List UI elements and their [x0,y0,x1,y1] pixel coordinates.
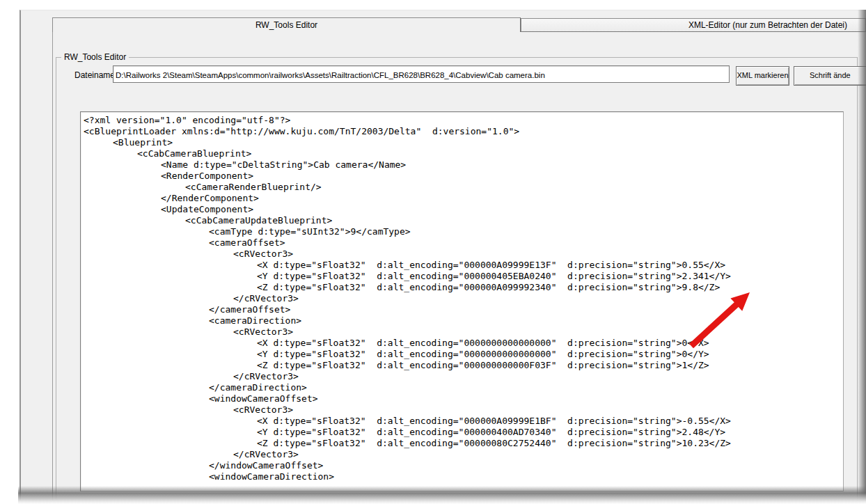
code-line: </windowCameraOffset> [84,460,842,471]
code-line: </cameraOffset> [84,304,842,315]
code-line: <cRVector3> [84,326,842,338]
code-line: <cBlueprintLoader xmlns:d="http://www.ku… [84,126,842,137]
code-line: </cRVector3> [84,293,842,304]
xml-markieren-button[interactable]: XML markieren [736,66,789,86]
code-line: <cCabCameraBlueprint> [84,148,842,159]
code-line: <Blueprint> [84,137,842,148]
tab-rw-tools-editor[interactable]: RW_Tools Editor [52,17,521,32]
app-window: RW_Tools Editor XML-Editor (nur zum Betr… [0,0,866,504]
code-line: <windowCameraOffset> [84,393,842,404]
code-line: <X d:type="sFloat32" d:alt_encoding="000… [84,416,842,427]
code-line: </cRVector3> [84,449,842,460]
code-line: <UpdateComponent> [84,204,842,215]
code-line: <cCameraRenderBlueprint/> [84,182,842,193]
code-line: <RenderComponent> [84,171,842,182]
code-line: <X d:type="sFloat32" d:alt_encoding="000… [84,338,842,349]
code-line: </cRVector3> [84,371,842,382]
code-line: <camType d:type="sUInt32">9</camType> [84,226,842,237]
code-line: <Z d:type="sFloat32" d:alt_encoding="000… [84,438,842,449]
code-line: </cameraDirection> [84,382,842,393]
code-line: <cRVector3> [84,249,842,260]
code-line: <cameraOffset> [84,237,842,249]
code-line: <Y d:type="sFloat32" d:alt_encoding="000… [84,349,842,360]
code-line: <cCabCameraUpdateBlueprint> [84,215,842,226]
rw-tools-groupbox-title: RW_Tools Editor [61,53,129,61]
xml-editor-textarea[interactable]: <?xml version="1.0" encoding="utf-8"?><c… [80,111,844,491]
code-line: <Y d:type="sFloat32" d:alt_encoding="000… [84,427,842,438]
code-line: <Z d:type="sFloat32" d:alt_encoding="000… [84,282,842,293]
code-line: <?xml version="1.0" encoding="utf-8"?> [84,115,842,126]
filename-input[interactable] [113,65,730,83]
code-line: <Name d:type="cDeltaString">Cab camera</… [84,159,842,171]
code-line: <X d:type="sFloat32" d:alt_encoding="000… [84,260,842,271]
schrift-aendern-button[interactable]: Schrift ände [794,66,866,86]
code-line: <windowCameraDirection> [84,471,842,482]
code-line: <Y d:type="sFloat32" d:alt_encoding="000… [84,271,842,282]
tab-panel-border [52,32,53,504]
filename-label: Dateiname: [74,70,117,80]
code-line: </RenderComponent> [84,193,842,204]
code-line: <cameraDirection> [84,315,842,326]
tab-xml-editor[interactable]: XML-Editor (nur zum Betrachten der Datei… [521,18,866,32]
code-line: <cRVector3> [84,404,842,416]
code-lines: <?xml version="1.0" encoding="utf-8"?><c… [81,112,843,482]
code-line: <Z d:type="sFloat32" d:alt_encoding="000… [84,360,842,371]
